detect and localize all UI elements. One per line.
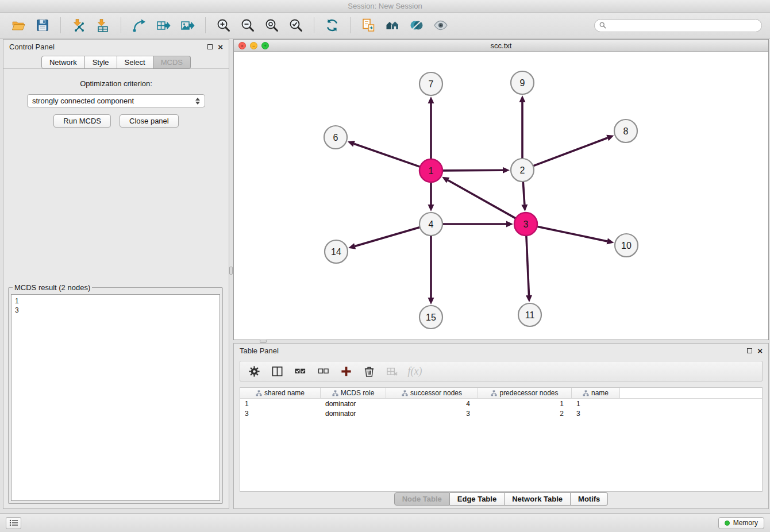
tab-network[interactable]: Network xyxy=(41,56,85,69)
search-input[interactable] xyxy=(609,21,757,29)
add-row-icon xyxy=(340,365,352,377)
table-cell[interactable]: 3 xyxy=(572,410,620,418)
close-panel-button[interactable]: Close panel xyxy=(120,114,179,128)
mcds-result-title: MCDS result (2 nodes) xyxy=(13,283,92,292)
graph-edge-arrow-1-2 xyxy=(503,167,510,174)
graph-edge-1-6[interactable] xyxy=(354,144,420,167)
column-header-successor-nodes[interactable]: successor nodes xyxy=(386,388,478,398)
graph-edge-1-2[interactable] xyxy=(442,170,503,171)
folder-open-button[interactable] xyxy=(8,16,29,35)
graph-node-label-15: 15 xyxy=(426,313,436,322)
network-canvas[interactable]: 7968124314101511 xyxy=(234,52,768,340)
delete-table-button xyxy=(385,364,399,378)
network-import-icon xyxy=(71,18,86,33)
column-type-icon xyxy=(256,390,262,396)
tab-motifs[interactable]: Motifs xyxy=(571,492,608,506)
graph-edge-arrow-1-6 xyxy=(348,141,355,147)
graph-edge-arrow-4-14 xyxy=(348,243,356,249)
refresh-button[interactable] xyxy=(322,16,342,35)
save-button[interactable] xyxy=(32,16,53,35)
table-cell[interactable]: 3 xyxy=(240,410,321,418)
dropdown-stepper-icon xyxy=(195,98,200,105)
search-box[interactable] xyxy=(594,19,762,32)
tab-node-table[interactable]: Node Table xyxy=(394,492,450,506)
optimization-criterion-dropdown[interactable]: strongly connected component xyxy=(27,94,205,107)
status-bar: Memory xyxy=(0,513,770,532)
graph-edge-4-14[interactable] xyxy=(355,228,420,246)
column-header-label: successor nodes xyxy=(410,389,462,397)
graph-node-label-11: 11 xyxy=(525,310,535,320)
float-panel-icon[interactable] xyxy=(207,44,213,49)
zoom-in-icon xyxy=(216,18,231,33)
graph-edge-3-1[interactable] xyxy=(448,180,516,218)
venn-button[interactable] xyxy=(406,16,427,35)
zoom-fit-button[interactable] xyxy=(261,16,282,35)
graph-edge-3-10[interactable] xyxy=(537,226,607,241)
run-mcds-button[interactable]: Run MCDS xyxy=(53,114,111,128)
node-table[interactable]: shared nameMCDS rolesuccessor nodesprede… xyxy=(240,387,763,492)
table-row[interactable]: 1dominator411 xyxy=(240,399,762,408)
graph-edge-3-11[interactable] xyxy=(526,236,529,295)
graph-edge-2-8[interactable] xyxy=(533,138,607,166)
table-cell[interactable]: 4 xyxy=(386,400,478,408)
zoom-selected-icon xyxy=(288,18,303,33)
mcds-result-line: 3 xyxy=(15,306,216,315)
column-header-label: shared name xyxy=(264,389,305,397)
graph-node-label-14: 14 xyxy=(331,247,341,257)
column-header-label: name xyxy=(591,389,609,397)
select-all-button[interactable] xyxy=(293,364,307,378)
splitter-handle-vertical[interactable] xyxy=(229,267,233,275)
column-header-shared-name[interactable]: shared name xyxy=(240,388,321,398)
column-header-predecessor-nodes[interactable]: predecessor nodes xyxy=(478,388,572,398)
table-toolbar: f(x) xyxy=(240,361,763,381)
graph-edge-2-3[interactable] xyxy=(523,182,525,205)
column-header-name[interactable]: name xyxy=(572,388,620,398)
task-history-button[interactable] xyxy=(6,517,21,529)
table-cell[interactable]: 3 xyxy=(386,410,478,418)
table-export-button[interactable] xyxy=(153,16,174,35)
control-panel-header: Control Panel × xyxy=(3,40,229,54)
trash-button[interactable] xyxy=(362,364,376,378)
network-view-title: scc.txt xyxy=(234,40,768,52)
table-header-row: shared nameMCDS rolesuccessor nodesprede… xyxy=(240,388,762,399)
deselect-all-button[interactable] xyxy=(316,364,330,378)
tab-mcds[interactable]: MCDS xyxy=(153,56,191,69)
graph-edge-arrow-1-7 xyxy=(428,97,434,103)
eye-button[interactable] xyxy=(430,16,451,35)
table-cell[interactable]: dominator xyxy=(321,400,386,408)
table-cell[interactable]: 2 xyxy=(478,410,572,418)
tab-edge-table[interactable]: Edge Table xyxy=(450,492,505,506)
columns-button[interactable] xyxy=(270,364,284,378)
zoom-in-button[interactable] xyxy=(213,16,234,35)
graph-edge-arrow-4-15 xyxy=(428,298,434,304)
image-export-button[interactable] xyxy=(177,16,198,35)
network-view-titlebar[interactable]: ×−+ scc.txt xyxy=(234,40,768,52)
zoom-out-button[interactable] xyxy=(237,16,258,35)
document-share-button[interactable] xyxy=(358,16,379,35)
network-import-button[interactable] xyxy=(68,16,89,35)
mcds-result-list[interactable]: 13 xyxy=(11,294,220,501)
home-button[interactable] xyxy=(382,16,403,35)
tab-style[interactable]: Style xyxy=(85,56,117,69)
table-cell[interactable]: 1 xyxy=(240,400,321,408)
table-row[interactable]: 3dominator323 xyxy=(240,408,762,418)
network-graph[interactable]: 7968124314101511 xyxy=(234,52,768,340)
eye-icon xyxy=(433,18,448,33)
gear-button[interactable] xyxy=(247,364,261,378)
float-table-panel-icon[interactable] xyxy=(747,348,752,353)
table-cell[interactable]: 1 xyxy=(478,400,572,408)
close-panel-icon[interactable]: × xyxy=(218,44,223,50)
memory-button[interactable]: Memory xyxy=(718,517,764,529)
column-header-mcds-role[interactable]: MCDS role xyxy=(321,388,386,398)
tab-select[interactable]: Select xyxy=(117,56,153,69)
home-icon xyxy=(385,18,400,33)
add-row-button[interactable] xyxy=(339,364,353,378)
table-cell[interactable]: dominator xyxy=(321,410,386,418)
close-table-panel-icon[interactable]: × xyxy=(757,348,763,354)
zoom-selected-button[interactable] xyxy=(286,16,306,35)
tab-network-table[interactable]: Network Table xyxy=(505,492,571,506)
table-cell[interactable]: 1 xyxy=(572,400,620,408)
network-export-button[interactable] xyxy=(129,16,149,35)
table-import-button[interactable] xyxy=(93,16,113,35)
list-icon xyxy=(9,519,18,526)
